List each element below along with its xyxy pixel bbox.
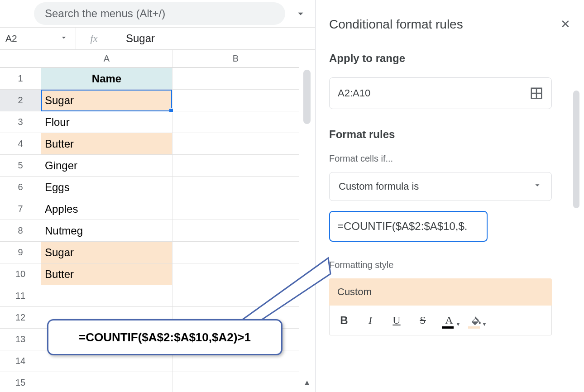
- text-color-swatch: [442, 326, 454, 329]
- chevron-down-icon[interactable]: [294, 7, 307, 20]
- vertical-scrollbar[interactable]: [303, 70, 311, 124]
- menu-search-placeholder: Search the menus (Alt+/): [45, 7, 165, 20]
- callout-text: =COUNTIF($A$2:$A$10,$A2)>1: [79, 330, 251, 344]
- cell-b10[interactable]: [172, 263, 299, 285]
- column-headers: A B: [0, 50, 315, 68]
- fill-color-swatch: [468, 326, 480, 329]
- custom-formula-value: =COUNTIF($A$2:$A$10,$.: [337, 220, 467, 233]
- strikethrough-button[interactable]: S: [410, 310, 436, 331]
- range-input[interactable]: A2:A10: [329, 77, 552, 109]
- cell-a3[interactable]: Flour: [41, 111, 172, 133]
- cell-b7[interactable]: [172, 198, 299, 220]
- dropdown-icon: ▼: [482, 321, 487, 328]
- scroll-up-icon[interactable]: ▲: [303, 378, 311, 387]
- table-row: 11: [0, 285, 315, 307]
- paint-bucket-icon: [469, 315, 481, 326]
- cell-b6[interactable]: [172, 177, 299, 198]
- text-color-button[interactable]: A ▼: [436, 310, 462, 331]
- table-row: 8Nutmeg: [0, 220, 315, 242]
- name-box-dropdown-icon[interactable]: [59, 33, 68, 44]
- name-box[interactable]: A2: [0, 28, 76, 49]
- row-header[interactable]: 8: [0, 220, 41, 242]
- cell-a1[interactable]: Name: [41, 68, 172, 90]
- conditional-format-panel: Conditional format rules ✕ Apply to rang…: [315, 0, 584, 392]
- table-row: 9Sugar: [0, 242, 315, 263]
- row-header[interactable]: 11: [0, 285, 41, 307]
- dropdown-icon: [532, 180, 542, 193]
- row-header[interactable]: 1: [0, 68, 41, 90]
- apply-to-range-label: Apply to range: [329, 52, 573, 65]
- italic-button[interactable]: I: [358, 310, 383, 331]
- bold-button[interactable]: B: [331, 310, 357, 331]
- cell-a9[interactable]: Sugar: [41, 242, 172, 263]
- custom-formula-input[interactable]: =COUNTIF($A$2:$A$10,$.: [329, 211, 488, 242]
- row-header[interactable]: 7: [0, 198, 41, 220]
- table-row: 3Flour: [0, 111, 315, 133]
- cell-b3[interactable]: [172, 111, 299, 133]
- table-row: 4Butter: [0, 133, 315, 155]
- table-row: 5Ginger: [0, 155, 315, 177]
- cell-b2[interactable]: [172, 90, 299, 111]
- range-picker-icon[interactable]: [530, 86, 543, 100]
- cell-a6[interactable]: Eggs: [41, 177, 172, 198]
- table-row: 2Sugar: [0, 90, 315, 111]
- cell-a2[interactable]: Sugar: [41, 90, 172, 111]
- cell-b8[interactable]: [172, 220, 299, 242]
- row-header[interactable]: 10: [0, 263, 41, 285]
- table-row: 6Eggs: [0, 177, 315, 198]
- cell-b11[interactable]: [172, 285, 299, 307]
- column-header-a[interactable]: A: [41, 50, 172, 68]
- cell-a8[interactable]: Nutmeg: [41, 220, 172, 242]
- style-name: Custom: [337, 286, 372, 298]
- formula-bar-input[interactable]: Sugar: [112, 32, 155, 45]
- menu-search-input[interactable]: Search the menus (Alt+/): [34, 2, 285, 25]
- format-rules-label: Format rules: [329, 128, 573, 141]
- cell-b5[interactable]: [172, 155, 299, 177]
- row-header[interactable]: 15: [0, 372, 41, 392]
- cell-a10[interactable]: Butter: [41, 263, 172, 285]
- formula-callout: =COUNTIF($A$2:$A$10,$A2)>1: [47, 319, 282, 355]
- cell-a15[interactable]: [41, 372, 172, 392]
- cell-b9[interactable]: [172, 242, 299, 263]
- row-header[interactable]: 14: [0, 350, 41, 372]
- cell-a4[interactable]: Butter: [41, 133, 172, 155]
- condition-selected: Custom formula is: [339, 181, 419, 192]
- row-header[interactable]: 3: [0, 111, 41, 133]
- format-cells-if-label: Format cells if...: [329, 153, 573, 164]
- style-preview[interactable]: Custom: [329, 278, 552, 306]
- column-header-b[interactable]: B: [172, 50, 299, 68]
- panel-title: Conditional format rules: [329, 17, 463, 32]
- underline-button[interactable]: U: [384, 310, 409, 331]
- table-row: 15: [0, 372, 315, 392]
- fill-color-button[interactable]: ▼: [463, 310, 488, 331]
- name-box-value: A2: [5, 33, 17, 44]
- row-header[interactable]: 12: [0, 307, 41, 329]
- close-icon[interactable]: ✕: [558, 14, 573, 34]
- row-header[interactable]: 9: [0, 242, 41, 263]
- fx-label: fx: [76, 28, 112, 49]
- cell-a5[interactable]: Ginger: [41, 155, 172, 177]
- row-header[interactable]: 5: [0, 155, 41, 177]
- panel-scrollbar[interactable]: [573, 91, 579, 208]
- table-row: 1Name: [0, 68, 315, 90]
- dropdown-icon: ▼: [455, 321, 461, 328]
- row-header[interactable]: 13: [0, 329, 41, 350]
- cell-b4[interactable]: [172, 133, 299, 155]
- cell-b1[interactable]: [172, 68, 299, 90]
- row-header[interactable]: 4: [0, 133, 41, 155]
- cell-a11[interactable]: [41, 285, 172, 307]
- table-row: 7Apples: [0, 198, 315, 220]
- formatting-style-label: Formatting style: [329, 260, 573, 270]
- cell-a7[interactable]: Apples: [41, 198, 172, 220]
- select-all-corner[interactable]: [0, 50, 41, 68]
- condition-select[interactable]: Custom formula is: [329, 172, 552, 201]
- row-header[interactable]: 6: [0, 177, 41, 198]
- row-header[interactable]: 2: [0, 90, 41, 111]
- range-value: A2:A10: [338, 87, 370, 99]
- style-toolbar: B I U S A ▼ ▼: [329, 306, 552, 335]
- cell-b15[interactable]: [172, 372, 299, 392]
- table-row: 10Butter: [0, 263, 315, 285]
